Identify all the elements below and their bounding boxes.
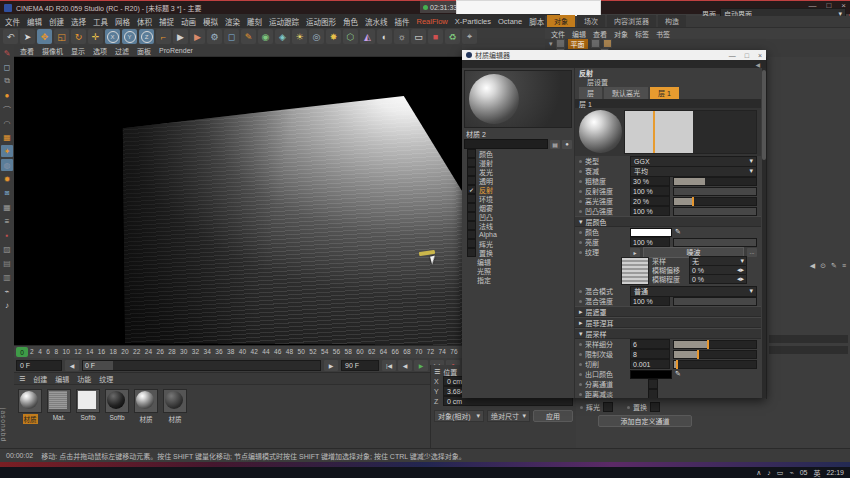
tab-对象[interactable]: 对象 [547, 15, 575, 27]
mode-label[interactable]: 指定 [477, 275, 491, 285]
play-button[interactable]: ▶ [414, 360, 428, 371]
layer-gradient-strip[interactable] [624, 110, 757, 154]
spline-pen-icon[interactable]: ✎ [1, 47, 13, 59]
preview-refresh-button[interactable]: ● [562, 140, 572, 149]
magnet-icon[interactable]: ⌁ [1, 285, 13, 297]
menu-item-运动跟踪[interactable]: 运动跟踪 [269, 16, 299, 27]
tile-texture-icon[interactable]: ▤ [1, 257, 13, 269]
play-backwards-button[interactable]: ◀ [398, 360, 412, 371]
object-tag-icon[interactable] [591, 39, 600, 48]
primitive-cube-icon[interactable]: ◻ [1, 61, 13, 73]
collapse-left-icon[interactable]: ◀ [755, 61, 760, 68]
expand-icon[interactable]: ▸ [579, 319, 583, 327]
glow-channel-checkbox[interactable] [603, 402, 613, 412]
channel-checkbox[interactable]: ✓ [467, 185, 476, 194]
record-mode-icon[interactable]: ■ [428, 29, 443, 44]
采样细分-value-field[interactable]: 6 [630, 339, 670, 349]
render-picture-viewer-icon[interactable]: ▶ [190, 29, 205, 44]
menu-item-模拟[interactable]: 模拟 [203, 16, 218, 27]
om-menu-书签[interactable]: 书签 [656, 29, 670, 39]
object-name[interactable]: 平面 [568, 39, 588, 49]
tray-icon[interactable]: ⌁ [789, 469, 793, 477]
tab-场次[interactable]: 场次 [577, 15, 605, 27]
lod-icon[interactable]: ≡ [1, 215, 13, 227]
section-层采样[interactable]: ▾层采样 [575, 328, 761, 339]
taper-deformer-icon[interactable]: ◠ [1, 117, 13, 129]
material-thumbnail[interactable]: 材质 [163, 389, 187, 424]
混合强度-value-field[interactable]: 100 % [630, 296, 670, 306]
viewport-menu-摄像机[interactable]: 摄像机 [42, 46, 63, 56]
viewport-menu-显示[interactable]: 显示 [71, 46, 85, 56]
material-preview[interactable] [464, 70, 572, 128]
高光强度-slider[interactable] [673, 197, 757, 206]
channel-checkbox[interactable] [467, 230, 476, 239]
切削-value-field[interactable]: 0.001 [630, 359, 670, 369]
expander-icon[interactable]: ▾ [549, 40, 553, 48]
axis-z-lock-icon[interactable]: Z [139, 29, 154, 44]
texture-thumbnail[interactable] [621, 257, 649, 285]
颜色-swatch[interactable] [630, 228, 672, 237]
粗糙度-slider[interactable] [673, 177, 757, 186]
object-row[interactable]: ▾平面 [545, 39, 850, 48]
mm-menu-创建[interactable]: 创建 [33, 374, 47, 384]
sky-object-icon[interactable]: ◍ [1, 159, 13, 171]
scrollbar[interactable] [762, 68, 766, 398]
coordinate-system-icon[interactable]: ⌐ [156, 29, 171, 44]
spinner-icon[interactable]: ◂▸ [737, 266, 744, 274]
tab-层[interactable]: 层 [579, 87, 602, 99]
凹凸强度-slider[interactable] [673, 207, 757, 216]
混合强度-slider[interactable] [673, 297, 757, 306]
timeline-scrollbar[interactable]: 0 F [82, 360, 321, 371]
close-icon[interactable]: × [758, 52, 762, 59]
反射强度-slider[interactable] [673, 187, 757, 196]
反射强度-value-field[interactable]: 100 % [630, 186, 670, 196]
edit-icon[interactable]: ✎ [831, 262, 837, 270]
menu-item-插件[interactable]: 插件 [395, 16, 410, 27]
menu-item-渲染[interactable]: 渲染 [225, 16, 240, 27]
microphone-icon[interactable]: ♪ [1, 299, 13, 311]
material-thumbnail[interactable]: Softb [105, 389, 129, 424]
限制次级-value-field[interactable]: 8 [630, 349, 670, 359]
mm-menu-编辑[interactable]: 编辑 [55, 374, 69, 384]
tray-icon[interactable]: ∧ [756, 469, 761, 477]
add-light-icon[interactable]: ✸ [326, 29, 341, 44]
hatch-texture-icon[interactable]: ▨ [1, 243, 13, 255]
goto-start-button[interactable]: |◀ [382, 360, 396, 371]
add-environment-icon[interactable]: ☀ [292, 29, 307, 44]
layer-preview-sphere[interactable] [579, 110, 622, 153]
viewport-menu-面板[interactable]: 面板 [137, 46, 151, 56]
input-language-indicator[interactable]: 英 [813, 468, 820, 478]
channel-row-法线[interactable]: 法线 [464, 221, 572, 230]
mm-menu-功能[interactable]: 功能 [77, 374, 91, 384]
viewport-menu-过滤[interactable]: 过滤 [115, 46, 129, 56]
collapse-icon[interactable]: ▾ [579, 330, 583, 338]
chevron-down-icon[interactable]: ▾ [740, 257, 744, 265]
last-tool-icon[interactable]: ✛ [88, 29, 103, 44]
channel-label[interactable]: 法线 [479, 221, 493, 231]
texture-browse-button[interactable]: ... [747, 248, 757, 257]
object-tag-icon[interactable] [603, 39, 612, 48]
add-primitive-cube-icon[interactable]: ◻ [224, 29, 239, 44]
om-menu-查看[interactable]: 查看 [593, 29, 607, 39]
sphere-icon[interactable]: ● [1, 89, 13, 101]
display-filter-icon[interactable]: ☼ [394, 29, 409, 44]
frame-back-button[interactable]: ◀ [65, 360, 79, 371]
snap-icon[interactable]: ⌖ [462, 29, 477, 44]
rotate-tool-icon[interactable]: ↻ [71, 29, 86, 44]
undo-icon[interactable]: ↶ [3, 29, 18, 44]
texture-expand-icon[interactable]: ▸ [630, 248, 640, 257]
lock-icon[interactable]: ⊙ [820, 262, 826, 270]
array-icon[interactable]: ⧉ [1, 75, 13, 87]
expand-icon[interactable]: ▸ [579, 308, 583, 316]
channel-checkbox[interactable] [467, 221, 476, 230]
viewport-menu-ProRender[interactable]: ProRender [159, 47, 193, 54]
om-menu-文件[interactable]: 文件 [551, 29, 565, 39]
object-mode-dropdown[interactable]: 对象(相对) ▾ [434, 410, 484, 422]
light-object-icon[interactable]: ✦ [1, 145, 13, 157]
axis-y-lock-icon[interactable]: Y [122, 29, 137, 44]
section-层遮罩[interactable]: ▸层遮罩 [575, 306, 761, 317]
距离减淡-checkbox[interactable] [648, 389, 658, 398]
spline-pen-icon[interactable]: ✎ [241, 29, 256, 44]
hamburger-icon[interactable]: ☰ [434, 368, 440, 376]
mode-row-指定[interactable]: 指定 [464, 275, 572, 284]
